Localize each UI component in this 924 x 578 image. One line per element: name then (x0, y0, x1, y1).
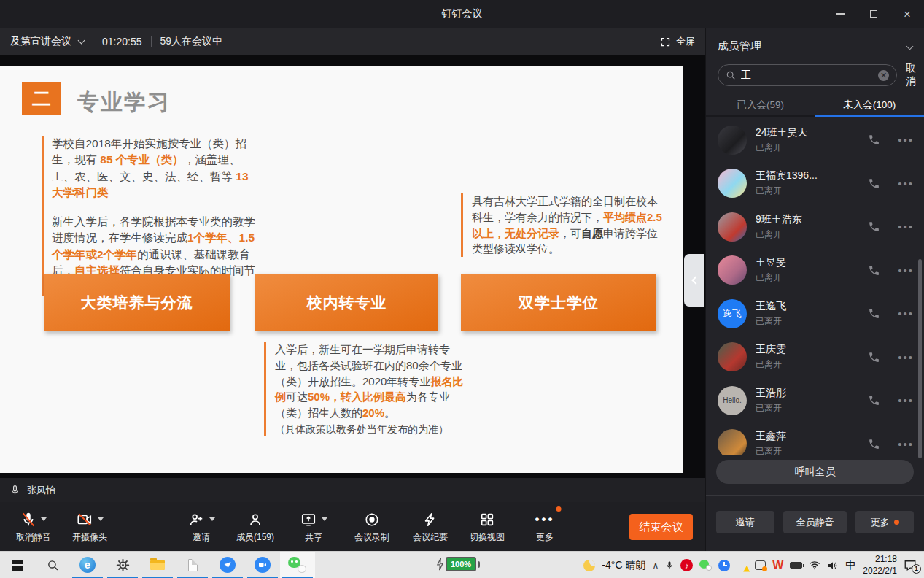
clock-date[interactable]: 21:18 2022/2/1 (863, 554, 897, 577)
clear-search-icon[interactable]: ✕ (878, 70, 889, 81)
toolbar-label: 切换视图 (470, 531, 505, 544)
text-segment: 50%， (308, 390, 341, 403)
alarm-clock-icon[interactable] (718, 560, 730, 571)
member-row[interactable]: 9班王浩东已离开••• (718, 205, 917, 249)
member-row[interactable]: 王鑫萍已离开••• (718, 423, 917, 456)
phone-call-button[interactable] (868, 134, 880, 146)
chevron-down-icon[interactable] (78, 37, 85, 45)
edge-icon: e (79, 557, 96, 573)
search-box[interactable]: ✕ (718, 64, 897, 86)
taskbar-settings-button[interactable] (105, 552, 140, 578)
ime-indicator[interactable]: 中 (845, 558, 856, 572)
taskbar-start-button[interactable] (0, 552, 35, 578)
toolbar-button-layout[interactable]: 切换视图 (470, 509, 505, 544)
member-more-button[interactable]: ••• (898, 394, 914, 406)
defender-shield-icon[interactable] (737, 560, 748, 571)
phone-call-button[interactable] (868, 307, 880, 320)
hidden-icons-chevron[interactable]: ∧ (652, 560, 659, 571)
toolbar-button-mic-muted[interactable]: 取消静音 (16, 509, 51, 544)
avatar (718, 169, 747, 198)
close-button[interactable]: × (890, 0, 924, 28)
member-row[interactable]: 逸飞王逸飞已离开••• (718, 292, 917, 336)
battery-percent: 100% (446, 557, 476, 571)
taskbar-search-button[interactable] (35, 552, 70, 578)
meeting-content-column: 及第宣讲会议 01:20:55 59人在会议中 全屏 二 专业学习 学校自201… (0, 28, 705, 551)
phone-call-button[interactable] (868, 264, 880, 277)
panel-button-more[interactable]: 更多 (855, 511, 914, 533)
slide-middle-text-block: 入学后，新生可在一学期后申请转专业，包括各类试验班在内的80余个专业（类）开放招… (264, 342, 470, 436)
call-all-button[interactable]: 呼叫全员 (716, 460, 914, 484)
member-row[interactable]: Hello.王浩彤已离开••• (718, 379, 917, 423)
member-more-button[interactable]: ••• (898, 177, 914, 190)
chevron-down-icon (41, 517, 47, 521)
member-text: 王昱旻已离开 (756, 256, 868, 284)
taskbar-explorer-button[interactable] (140, 552, 175, 578)
wps-icon[interactable]: W (772, 559, 783, 572)
weather-text[interactable]: -4°C 晴朗 (602, 559, 645, 572)
fullscreen-icon (660, 36, 671, 47)
taskbar-edge-button[interactable]: e (70, 552, 105, 578)
toolbar-button-share[interactable]: 共享 (300, 509, 327, 544)
taskbar-notepad-button[interactable] (175, 552, 210, 578)
member-more-button[interactable]: ••• (898, 438, 914, 450)
member-row[interactable]: 24班王昊天已离开••• (718, 118, 917, 162)
taskbar-meeting-cam-button[interactable] (245, 552, 280, 578)
tab-not-joined[interactable]: 未入会(100) (815, 95, 924, 115)
member-text: 王鑫萍已离开 (756, 430, 868, 455)
member-status: 已离开 (756, 142, 868, 154)
member-more-button[interactable]: ••• (898, 351, 914, 363)
phone-call-button[interactable] (868, 351, 880, 363)
taskbar-dingtalk-button[interactable] (210, 552, 245, 578)
search-icon (726, 70, 736, 80)
chevron-down-icon[interactable] (906, 42, 914, 50)
tray-microphone-icon[interactable] (665, 560, 674, 571)
panel-button-invite[interactable]: 邀请 (716, 511, 774, 533)
chevron-down-icon (209, 517, 215, 521)
active-speaker-name: 张凤怡 (27, 484, 55, 497)
button-label: 更多 (871, 516, 890, 529)
close-icon: × (904, 8, 911, 20)
phone-call-button[interactable] (868, 438, 880, 450)
window-title: 钉钉会议 (442, 7, 483, 20)
phone-call-button[interactable] (868, 394, 880, 406)
member-more-button[interactable]: ••• (898, 220, 914, 233)
toolbar-button-minutes[interactable]: 会议纪要 (413, 509, 448, 544)
panel-button-mute-all[interactable]: 全员静音 (783, 511, 847, 533)
tab-joined[interactable]: 已入会(59) (706, 95, 815, 115)
screen-capture-icon[interactable] (755, 560, 766, 570)
volume-icon[interactable] (827, 560, 839, 571)
wechat-tray-icon[interactable] (699, 560, 712, 571)
tray-battery-icon[interactable] (790, 562, 802, 569)
search-input[interactable] (741, 69, 873, 81)
notification-badge: 1 (912, 564, 921, 574)
member-more-button[interactable]: ••• (898, 134, 914, 146)
collapse-sidebar-handle[interactable] (684, 254, 704, 307)
phone-call-button[interactable] (868, 220, 880, 233)
end-meeting-button[interactable]: 结束会议 (629, 514, 693, 540)
cancel-search-button[interactable]: 取消 (906, 62, 916, 88)
netease-music-icon[interactable]: ♪ (680, 559, 693, 571)
member-more-button[interactable]: ••• (898, 264, 914, 277)
member-status: 已离开 (756, 271, 868, 284)
toolbar-button-members[interactable]: 成员(159) (236, 509, 274, 544)
toolbar-button-invite[interactable]: 邀请 (187, 509, 215, 544)
fullscreen-button[interactable]: 全屏 (660, 35, 695, 48)
toolbar-button-record[interactable]: 会议录制 (354, 509, 389, 544)
moon-weather-icon[interactable] (583, 560, 595, 571)
member-row[interactable]: 王庆雯已离开••• (718, 336, 917, 379)
meeting-name[interactable]: 及第宣讲会议 (10, 35, 71, 48)
button-label: 邀请 (736, 516, 755, 529)
action-center-icon[interactable]: 1 (904, 559, 918, 572)
member-row[interactable]: 王福宾1396...已离开••• (718, 162, 917, 206)
toolbar-button-more[interactable]: •••更多 (535, 509, 555, 544)
taskbar-wechat-button[interactable] (280, 552, 315, 578)
maximize-button[interactable] (857, 0, 890, 28)
minimize-button[interactable] (823, 0, 857, 28)
toolbar-button-camera-off[interactable]: 开摄像头 (72, 509, 107, 544)
member-row[interactable]: 王昱旻已离开••• (718, 249, 917, 293)
wifi-icon[interactable] (809, 560, 820, 570)
member-more-button[interactable]: ••• (898, 307, 914, 320)
scrollbar[interactable] (918, 259, 922, 458)
phone-call-button[interactable] (868, 177, 880, 190)
maximize-icon (870, 10, 877, 18)
